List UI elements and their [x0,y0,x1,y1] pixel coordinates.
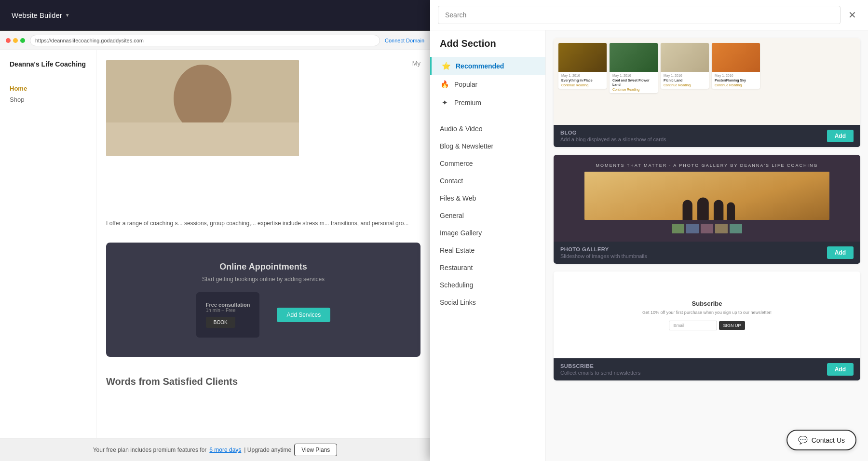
website-preview: https://deannaslifecoaching.godaddysites… [0,31,430,461]
sidebar-item-blog-newsletter[interactable]: Blog & Newsletter [430,137,545,155]
subscribe-form: Email SIGN UP [669,321,745,330]
general-label: General [440,212,464,219]
sidebar-item-recommended[interactable]: ⭐ Recommended [430,57,545,75]
blog-card-4: May 1, 2016 Poster/Flaming Sky Continue … [712,43,760,89]
premium-label: Premium [454,99,481,107]
brand-label: Website Builder [12,11,62,19]
view-plans-button[interactable]: View Plans [294,444,337,456]
dot-green [20,38,25,43]
sidebar-item-scheduling[interactable]: Scheduling [430,276,545,294]
svg-rect-3 [697,197,709,220]
subscribe-card-info: SUBSCRIBE Collect emails to send newslet… [560,363,827,376]
sidebar-item-files-web[interactable]: Files & Web [430,190,545,207]
panel-search-row: ✕ [430,0,868,30]
contact-label: Contact [440,177,463,185]
svg-rect-4 [714,200,723,220]
site-content: Deanna's Life Coaching Home Shop My I of… [0,50,430,461]
popular-label: Popular [454,81,477,88]
add-services-button[interactable]: Add Services [277,308,330,322]
section-card-subscribe: Subscribe Get 10% off your first purchas… [554,271,860,380]
sidebar-item-general[interactable]: General [430,207,545,224]
appointments-title: Online Appointments [116,262,411,272]
panel-content: May 1, 2016 Everything in Place Continue… [546,30,868,461]
sidebar-item-image-gallery[interactable]: Image Gallery [430,224,545,242]
recommended-icon: ⭐ [441,62,451,70]
social-links-label: Social Links [440,298,476,306]
commerce-label: Commerce [440,160,473,167]
sidebar-item-contact[interactable]: Contact [430,172,545,190]
browser-url: https://deannaslifecoaching.godaddysites… [30,35,380,46]
gallery-header-text: MOMENTS THAT MATTER · A PHOTO GALLERY BY… [596,163,818,168]
blog-add-button[interactable]: Add [827,130,854,142]
subscribe-type-label: SUBSCRIBE [560,363,827,369]
sidebar-item-commerce[interactable]: Commerce [430,155,545,172]
site-sidebar: Deanna's Life Coaching Home Shop [0,50,96,461]
blog-preview: May 1, 2016 Everything in Place Continue… [554,38,860,125]
subscribe-title: Subscribe [692,300,722,307]
blog-card-1: May 1, 2016 Everything in Place Continue… [558,43,607,89]
subscribe-desc: Collect emails to send newsletters [560,370,827,376]
restaurant-label: Restaurant [440,264,473,271]
blog-type-label: BLOG [560,130,827,136]
blog-desc: Add a blog displayed as a slideshow of c… [560,136,827,142]
section-card-gallery: MOMENTS THAT MATTER · A PHOTO GALLERY BY… [554,155,860,264]
connect-domain-link[interactable]: Connect Domain [385,38,424,43]
image-gallery-label: Image Gallery [440,229,482,237]
dot-yellow [13,38,18,43]
hero-section: My [96,50,430,214]
add-section-panel: ✕ Add Section ⭐ Recommended 🔥 Popular ✦ … [430,0,868,461]
subscribe-subtitle: Get 10% off your first purchase when you… [642,310,772,315]
subscribe-signup-button: SIGN UP [719,321,745,330]
svg-rect-2 [682,200,692,220]
sidebar-item-premium[interactable]: ✦ Premium [430,94,545,112]
sidebar-item-real-estate[interactable]: Real Estate [430,242,545,259]
real-estate-label: Real Estate [440,246,475,254]
nav-home[interactable]: Home [10,83,86,94]
contact-us-icon: 💬 [798,435,808,445]
contact-us-button[interactable]: 💬 Contact Us [787,430,856,450]
subscribe-card-footer: SUBSCRIBE Collect emails to send newslet… [554,358,860,380]
recommended-label: Recommended [456,62,504,70]
close-panel-button[interactable]: ✕ [844,7,860,23]
section-card-blog: May 1, 2016 Everything in Place Continue… [554,38,860,147]
satisfied-clients-title: Words from Satisfied Clients [106,376,420,387]
search-input[interactable] [438,6,841,24]
brand-menu[interactable]: Website Builder ▼ [12,11,70,19]
blog-card-3: May 1, 2016 Picnic Land Continue Reading [661,43,709,89]
subscribe-add-button[interactable]: Add [827,363,854,376]
blog-card-footer: BLOG Add a blog displayed as a slideshow… [554,125,860,147]
appointments-subtitle: Start getting bookings online by adding … [116,276,411,283]
blog-card-2: May 1, 2016 Cool and Sweet Flower Land C… [610,43,658,93]
brand-dropdown-icon: ▼ [65,13,70,18]
subscribe-preview: Subscribe Get 10% off your first purchas… [554,271,860,358]
sidebar-item-audio-video[interactable]: Audio & Video [430,120,545,137]
gallery-type-label: PHOTO GALLERY [560,246,827,252]
premium-icon: ✦ [440,98,449,107]
sidebar-item-popular[interactable]: 🔥 Popular [430,75,545,94]
nav-shop[interactable]: Shop [10,94,86,105]
upgrade-days-link[interactable]: 6 more days [209,447,241,453]
upgrade-bar: Your free plan includes premium features… [0,438,430,461]
gallery-thumbnails [672,224,742,233]
hero-text: My [309,50,430,214]
sidebar-divider [440,116,536,116]
dot-red [6,38,11,43]
appointments-section: Online Appointments Start getting bookin… [106,243,420,357]
consultation-label: Free consultation [206,302,250,308]
upgrade-separator: | Upgrade anytime [244,447,291,453]
site-main: My I offer a range of coaching s... sess… [96,50,430,461]
site-brand-name: Deanna's Life Coaching [10,60,86,68]
my-label: My [412,60,420,67]
sidebar-item-social-links[interactable]: Social Links [430,294,545,311]
files-web-label: Files & Web [440,194,476,202]
subscribe-email-input: Email [669,321,717,330]
gallery-preview: MOMENTS THAT MATTER · A PHOTO GALLERY BY… [554,155,860,242]
gallery-desc: Slideshow of images with thumbnails [560,253,827,259]
sidebar-item-restaurant[interactable]: Restaurant [430,259,545,276]
book-button[interactable]: BOOK [206,317,235,328]
panel-body: Add Section ⭐ Recommended 🔥 Popular ✦ Pr… [430,30,868,461]
blog-newsletter-label: Blog & Newsletter [440,142,493,150]
gallery-add-button[interactable]: Add [827,246,854,259]
blog-card-info: BLOG Add a blog displayed as a slideshow… [560,130,827,142]
gallery-card-info: PHOTO GALLERY Slideshow of images with t… [560,246,827,259]
